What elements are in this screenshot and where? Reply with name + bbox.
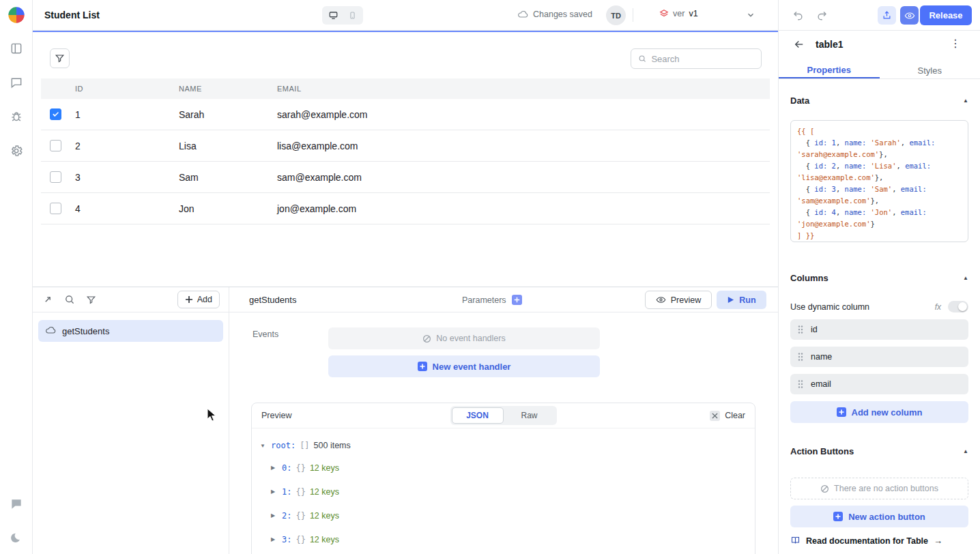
tree-key: 2: [282, 511, 291, 521]
left-sidebar [0, 0, 33, 554]
query-name-label[interactable]: getStudents [249, 295, 296, 305]
tab-json[interactable]: JSON [452, 407, 504, 424]
kebab-menu-icon[interactable] [950, 37, 961, 50]
table-widget[interactable]: ID NAME EMAIL 1Sarahsarah@example.com2Li… [41, 41, 770, 281]
cell-id: 3 [75, 172, 81, 183]
json-tree-item[interactable]: 3:{}12 keys [260, 527, 755, 551]
theme-moon-icon[interactable] [9, 531, 24, 546]
plus-square-icon [418, 362, 427, 371]
table-row[interactable]: 2Lisalisa@example.com [41, 130, 770, 162]
desktop-mode-icon[interactable] [325, 8, 341, 23]
table-search-input[interactable] [651, 54, 754, 64]
new-action-button[interactable]: New action button [790, 506, 968, 527]
query-preview-button[interactable]: Preview [645, 291, 712, 309]
row-checkbox[interactable] [50, 171, 61, 183]
toggle-knob [958, 302, 967, 311]
app-preview-button[interactable] [900, 6, 919, 25]
read-documentation-link[interactable]: Read documentation for Table → [790, 536, 942, 546]
data-code-editor[interactable]: {{ [ { id: 1, name: 'Sarah', email: 'sar… [790, 120, 968, 242]
json-tree-item[interactable]: 0:{}12 keys [260, 456, 755, 480]
data-section-header[interactable]: Data [790, 96, 968, 105]
tab-styles[interactable]: Styles [880, 59, 980, 78]
comments-icon[interactable] [9, 75, 24, 90]
collapse-up-icon[interactable] [963, 275, 968, 281]
new-event-handler-button[interactable]: New event handler [328, 355, 600, 377]
add-parameter-button[interactable] [512, 295, 522, 305]
back-arrow-icon[interactable] [792, 38, 806, 52]
columns-section-header[interactable]: Columns [790, 273, 968, 282]
query-list-item[interactable]: getStudents [38, 320, 223, 342]
chevron-down-icon[interactable] [746, 10, 755, 23]
add-new-column-button[interactable]: Add new column [790, 401, 968, 423]
row-checkbox[interactable] [50, 108, 61, 120]
collapse-up-icon[interactable] [963, 448, 968, 454]
inspector-header: table1 [779, 31, 980, 59]
collapse-up-icon[interactable] [963, 98, 968, 104]
expand-arrow-icon[interactable] [271, 536, 278, 542]
plus-icon [514, 297, 520, 303]
tree-key: 3: [282, 535, 291, 544]
table-search[interactable] [631, 48, 762, 69]
json-tree-item[interactable]: 1:{}12 keys [260, 480, 755, 504]
row-checkbox[interactable] [50, 203, 61, 214]
expand-arrow-icon[interactable] [271, 512, 278, 519]
app-canvas[interactable]: ID NAME EMAIL 1Sarahsarah@example.com2Li… [33, 31, 778, 287]
query-search-icon[interactable] [63, 294, 75, 306]
share-button[interactable] [878, 6, 896, 25]
json-tree-item[interactable]: 2:{}12 keys [260, 504, 755, 527]
expand-arrow-icon[interactable] [271, 489, 278, 495]
tree-count: 12 keys [310, 511, 339, 521]
column-item[interactable]: id [790, 319, 968, 340]
collapse-arrow-icon[interactable] [260, 443, 267, 449]
version-icon [659, 9, 669, 18]
redo-icon[interactable] [815, 8, 828, 22]
drag-handle-icon[interactable] [798, 352, 803, 362]
json-tree: root: [] 500 items 0:{}12 keys1:{}12 key… [252, 428, 755, 551]
row-checkbox[interactable] [50, 140, 61, 151]
column-name: id [811, 325, 818, 334]
add-query-button[interactable]: Add [177, 291, 220, 308]
tab-raw[interactable]: Raw [504, 407, 556, 424]
help-chat-icon[interactable] [9, 497, 24, 512]
column-header-id[interactable]: ID [75, 85, 83, 93]
column-item[interactable]: email [790, 374, 968, 394]
dynamic-column-toggle[interactable] [948, 301, 968, 312]
pages-icon[interactable] [9, 41, 24, 56]
mobile-mode-icon[interactable] [344, 8, 360, 23]
code-line: {{ [ [797, 126, 962, 137]
tab-properties[interactable]: Properties [779, 59, 880, 78]
query-run-button[interactable]: Run [717, 291, 766, 309]
table-row[interactable]: 4Jonjon@example.com [41, 193, 770, 224]
tree-key: 0: [282, 463, 291, 473]
release-button[interactable]: Release [920, 5, 972, 25]
cell-id: 2 [75, 141, 81, 151]
fx-button[interactable]: fx [935, 302, 941, 312]
eye-icon [656, 295, 666, 305]
table-filter-button[interactable] [50, 48, 70, 68]
table-row[interactable]: 1Sarahsarah@example.com [41, 99, 770, 130]
drag-handle-icon[interactable] [798, 379, 803, 389]
app-logo[interactable] [7, 5, 26, 25]
cell-id: 4 [75, 203, 81, 214]
clear-preview-button[interactable]: Clear [710, 411, 745, 421]
preview-format-toggle: JSON Raw [450, 406, 557, 425]
tree-key: 1: [282, 487, 291, 497]
column-item[interactable]: name [790, 347, 968, 367]
actions-section-header[interactable]: Action Buttons [790, 446, 968, 456]
no-event-handlers-placeholder: No event handlers [328, 327, 600, 349]
expand-panel-icon[interactable] [42, 294, 53, 306]
user-avatar[interactable]: TD [606, 5, 626, 25]
table-row[interactable]: 3Samsam@example.com [41, 162, 770, 193]
expand-arrow-icon[interactable] [271, 465, 278, 471]
settings-icon[interactable] [9, 143, 24, 158]
plus-square-icon [837, 407, 846, 417]
query-filter-icon[interactable] [85, 294, 97, 306]
column-header-email[interactable]: EMAIL [277, 85, 302, 93]
undo-icon[interactable] [792, 8, 805, 22]
column-header-name[interactable]: NAME [179, 85, 202, 93]
json-tree-root[interactable]: root: [] 500 items [260, 435, 755, 456]
table-header-row: ID NAME EMAIL [41, 78, 770, 99]
drag-handle-icon[interactable] [798, 325, 803, 334]
debugger-icon[interactable] [9, 109, 24, 124]
version-selector[interactable]: ver v1 [659, 9, 698, 18]
